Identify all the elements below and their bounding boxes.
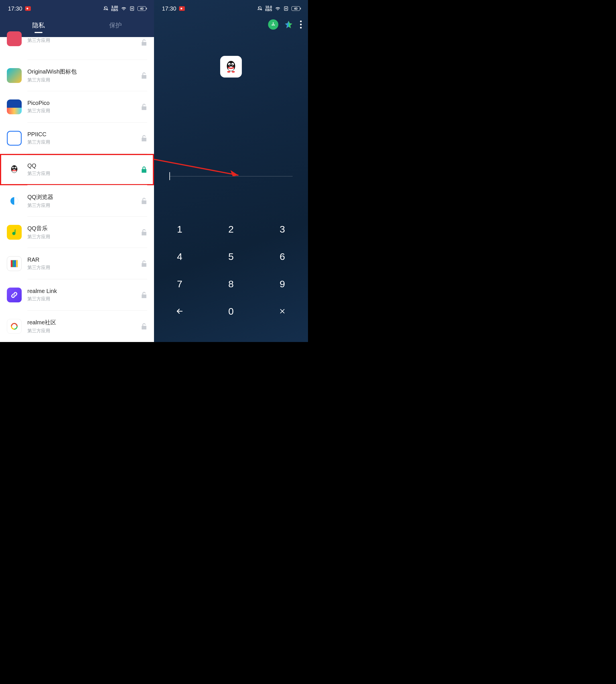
- key-1[interactable]: 1: [154, 215, 205, 243]
- app-icon: [7, 162, 22, 177]
- app-subtitle: 第三方应用: [27, 139, 141, 145]
- app-icon: [7, 131, 22, 146]
- app-lock-pin-screen: 17:30 10.0 KB/S 40: [154, 0, 308, 342]
- battery-indicator: 40: [137, 6, 146, 11]
- wifi-icon: [275, 6, 281, 11]
- unlock-icon[interactable]: [141, 323, 147, 330]
- app-name: PicoPico: [27, 100, 141, 106]
- list-item[interactable]: realme Link 第三方应用: [0, 279, 154, 311]
- battery-indicator: 40: [291, 6, 300, 11]
- list-item[interactable]: QQ浏览器 第三方应用: [0, 185, 154, 216]
- status-bar: 17:30 3.00 KB/S 40: [0, 0, 154, 17]
- svg-point-21: [227, 71, 230, 73]
- wifi-icon: [121, 6, 127, 11]
- app-icon: [7, 99, 22, 114]
- app-name: RAR: [27, 256, 141, 263]
- app-subtitle: 第三方应用: [27, 203, 141, 209]
- app-subtitle: 第三方应用: [27, 234, 141, 240]
- key-4[interactable]: 4: [154, 243, 205, 270]
- svg-rect-9: [11, 260, 13, 267]
- svg-rect-11: [14, 260, 16, 267]
- list-item[interactable]: OriginalWish图标包 第三方应用: [0, 60, 154, 91]
- theme-icon[interactable]: [284, 19, 294, 30]
- unlock-icon[interactable]: [141, 291, 147, 299]
- svg-point-20: [232, 64, 233, 65]
- app-name: realme社区: [27, 319, 141, 326]
- app-subtitle: 第三方应用: [27, 171, 141, 177]
- app-subtitle: 第三方应用: [27, 265, 141, 271]
- app-icon: [7, 31, 22, 46]
- app-name: PPIICC: [27, 131, 141, 138]
- screen-record-icon: [25, 6, 31, 11]
- header: 17:30 3.00 KB/S 40: [0, 0, 154, 37]
- list-item[interactable]: QQ音乐 第三方应用: [0, 216, 154, 248]
- svg-point-5: [13, 167, 14, 168]
- nosim-icon: [284, 6, 289, 11]
- dnd-icon: [103, 6, 108, 11]
- app-list[interactable]: 第三方应用 OriginalWish图标包 第三方应用 PicoPico 第三方…: [0, 37, 154, 342]
- screen-record-icon: [179, 6, 185, 11]
- share-icon[interactable]: [268, 19, 278, 30]
- key-8[interactable]: 8: [205, 270, 257, 298]
- locked-app-icon: [220, 56, 242, 77]
- list-item[interactable]: 第三方应用: [0, 37, 154, 60]
- app-subtitle: 第三方应用: [27, 328, 141, 334]
- tab-label: 隐私: [32, 21, 45, 30]
- status-bar: 17:30 10.0 KB/S 40: [154, 0, 308, 17]
- svg-rect-12: [16, 260, 18, 267]
- unlock-icon[interactable]: [141, 197, 147, 205]
- tab-bar: 隐私 保护: [0, 17, 154, 37]
- list-item[interactable]: RAR 第三方应用: [0, 248, 154, 279]
- privacy-settings-screen: 17:30 3.00 KB/S 40: [0, 0, 154, 342]
- numeric-keypad: 1 2 3 4 5 6 7 8 9 0: [154, 215, 308, 325]
- app-icon: [7, 225, 22, 240]
- network-rate: 3.00 KB/S: [111, 5, 118, 12]
- unlock-icon[interactable]: [141, 135, 147, 142]
- key-6[interactable]: 6: [257, 243, 308, 270]
- key-3[interactable]: 3: [257, 215, 308, 243]
- svg-rect-10: [13, 260, 14, 267]
- key-delete[interactable]: [257, 298, 308, 325]
- svg-point-6: [15, 167, 16, 168]
- unlock-icon[interactable]: [141, 229, 147, 236]
- list-item[interactable]: realme社区 第三方应用: [0, 311, 154, 342]
- unlock-icon[interactable]: [141, 260, 147, 267]
- svg-point-22: [232, 71, 235, 73]
- annotation-arrow-icon: [154, 158, 244, 181]
- app-icon: [7, 256, 22, 271]
- tab-protect[interactable]: 保护: [77, 17, 154, 37]
- app-subtitle: 第三方应用: [27, 77, 141, 83]
- lock-icon[interactable]: [141, 166, 147, 173]
- key-back[interactable]: [154, 298, 205, 325]
- app-subtitle: 第三方应用: [27, 38, 141, 44]
- app-name: OriginalWish图标包: [27, 68, 141, 75]
- list-item[interactable]: PicoPico 第三方应用: [0, 91, 154, 122]
- key-2[interactable]: 2: [205, 215, 257, 243]
- cursor-icon: [169, 172, 170, 180]
- app-name: QQ浏览器: [27, 193, 141, 201]
- key-0[interactable]: 0: [205, 298, 257, 325]
- app-subtitle: 第三方应用: [27, 108, 141, 114]
- app-name: QQ: [27, 162, 141, 169]
- unlock-icon[interactable]: [141, 39, 147, 46]
- key-7[interactable]: 7: [154, 270, 205, 298]
- key-9[interactable]: 9: [257, 270, 308, 298]
- app-name: QQ音乐: [27, 225, 141, 232]
- pin-input[interactable]: [169, 176, 292, 177]
- app-icon: [7, 193, 22, 208]
- app-subtitle: 第三方应用: [27, 296, 141, 302]
- overflow-menu-icon[interactable]: [299, 19, 303, 30]
- unlock-icon[interactable]: [141, 72, 147, 79]
- list-item-qq[interactable]: QQ 第三方应用: [0, 154, 154, 185]
- app-icon: [7, 319, 22, 334]
- clock: 17:30: [8, 5, 22, 12]
- app-icon: [7, 68, 22, 83]
- key-5[interactable]: 5: [205, 243, 257, 270]
- tab-label: 保护: [109, 21, 122, 30]
- list-item[interactable]: PPIICC 第三方应用: [0, 122, 154, 154]
- top-action-icons: [268, 19, 303, 30]
- network-rate: 10.0 KB/S: [265, 5, 272, 12]
- nosim-icon: [130, 6, 135, 11]
- unlock-icon[interactable]: [141, 103, 147, 111]
- dnd-icon: [257, 6, 262, 11]
